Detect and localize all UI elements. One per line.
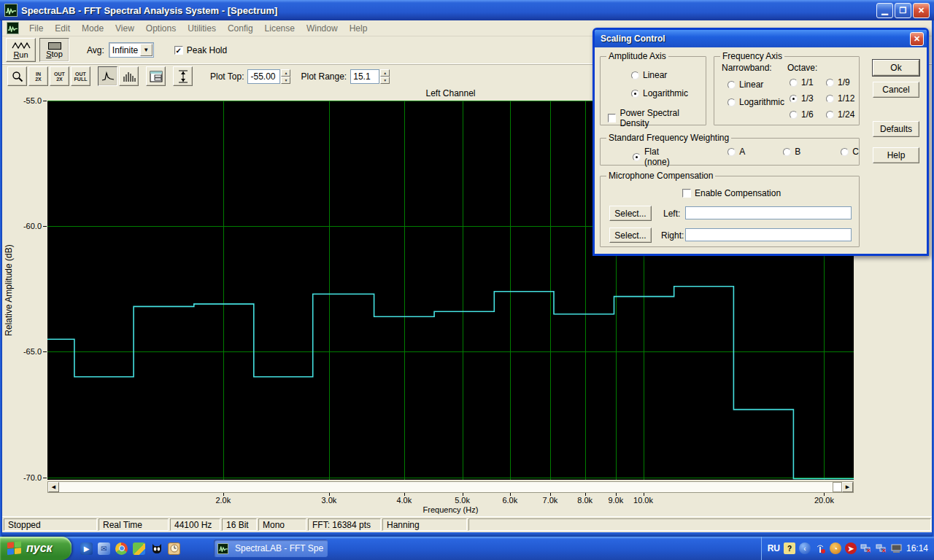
spin-up-icon[interactable]: ▲ xyxy=(380,69,390,77)
left-file-input[interactable] xyxy=(685,206,852,219)
tray-red-arrow-icon[interactable]: ➤ xyxy=(845,542,857,554)
menu-window[interactable]: Window xyxy=(301,21,344,36)
scrollbar-track[interactable] xyxy=(59,482,842,492)
scroll-right-icon[interactable]: ▶ xyxy=(842,482,853,492)
chevron-down-icon[interactable]: ▼ xyxy=(140,44,153,56)
zoom-out-2x-button[interactable]: OUT 2X xyxy=(50,66,69,86)
language-indicator[interactable]: RU xyxy=(768,543,780,553)
zoom-out-label1: OUT xyxy=(54,71,65,77)
zoom-in-2x-button[interactable]: IN 2X xyxy=(28,66,48,86)
select-right-button[interactable]: Select... xyxy=(609,228,652,243)
quicklaunch-chrome-icon[interactable] xyxy=(115,542,128,555)
start-button[interactable]: пуск xyxy=(0,537,72,560)
tray-monitor-icon[interactable] xyxy=(891,542,903,554)
narrowband-logarithmic-radio[interactable]: Logarithmic xyxy=(727,97,784,107)
maximize-button[interactable]: ❐ xyxy=(895,3,911,18)
tray-network-disconnected2-icon[interactable]: ✕ xyxy=(876,542,887,554)
zoom-full-label2: FULL xyxy=(74,77,88,82)
scroll-left-icon[interactable]: ◀ xyxy=(48,482,59,492)
right-file-input[interactable] xyxy=(685,228,852,241)
taskbar-app-button[interactable]: SpectraLAB - FFT Spe... xyxy=(214,540,328,557)
plot-range-input[interactable] xyxy=(350,69,379,84)
x-tick-4.0k: 4.0k xyxy=(396,496,412,505)
enable-compensation-checkbox[interactable]: Enable Compensation xyxy=(682,188,781,198)
menu-help[interactable]: Help xyxy=(344,21,374,36)
weighting-flat-none--radio[interactable]: Flat (none) xyxy=(633,147,682,167)
menu-config[interactable]: Config xyxy=(222,21,259,36)
display-options-button[interactable] xyxy=(146,66,166,86)
quicklaunch-photos-icon[interactable] xyxy=(133,542,145,555)
y-tick-mark xyxy=(43,351,47,352)
cancel-button[interactable]: Cancel xyxy=(873,82,919,98)
ok-button[interactable]: Ok xyxy=(873,60,919,76)
quicklaunch-clock-icon[interactable] xyxy=(168,542,180,555)
windows-flag-icon xyxy=(7,541,22,556)
spin-up-icon[interactable]: ▲ xyxy=(281,69,290,77)
minimize-button[interactable]: ▁ xyxy=(876,3,893,18)
radio-icon xyxy=(727,98,736,106)
menu-edit[interactable]: Edit xyxy=(49,21,76,36)
tray-collapse-chevron-icon[interactable]: ‹ xyxy=(799,542,811,554)
plot-top-input[interactable] xyxy=(247,69,280,84)
menu-license[interactable]: License xyxy=(259,21,301,36)
autoscale-button[interactable] xyxy=(173,66,193,86)
quicklaunch-media-player-icon[interactable]: ▶ xyxy=(80,542,93,555)
octave-1-24-radio[interactable]: 1/24 xyxy=(826,109,862,120)
weighting-b-radio[interactable]: B xyxy=(783,147,800,157)
tray-help-icon[interactable]: ? xyxy=(784,542,795,554)
octave-1-9-radio[interactable]: 1/9 xyxy=(826,77,862,88)
quicklaunch-mail-icon[interactable]: ✉ xyxy=(98,542,110,555)
menu-file[interactable]: File xyxy=(23,21,49,36)
peak-hold-checkbox-box[interactable] xyxy=(174,46,183,55)
zoom-out-full-button[interactable]: OUT FULL xyxy=(71,66,90,86)
tray-network-disconnected-icon[interactable]: ✕ xyxy=(860,542,872,554)
octave-1-6-radio[interactable]: 1/6 xyxy=(790,109,826,120)
spin-down-icon[interactable]: ▼ xyxy=(281,77,290,84)
weighting-c-radio[interactable]: C xyxy=(841,147,859,157)
amplitude-linear-radio[interactable]: Linear xyxy=(631,70,688,80)
defaults-button[interactable]: Defaults xyxy=(873,121,919,137)
plot-range-spinner[interactable]: ▲▼ xyxy=(380,69,390,84)
narrowband-label: Narrowband: xyxy=(722,63,772,73)
octave-1-3-radio[interactable]: 1/3 xyxy=(790,93,826,104)
scrollbar-thumb[interactable] xyxy=(833,482,842,492)
amplitude-axis-caption: Amplitude Axis xyxy=(606,51,668,61)
menu-options[interactable]: Options xyxy=(140,21,182,36)
dialog-close-icon[interactable]: ✕ xyxy=(910,32,924,46)
stop-button[interactable]: Stop xyxy=(39,38,69,62)
peak-hold-checkbox[interactable]: Peak Hold xyxy=(174,45,227,55)
tray-wireless-icon[interactable] xyxy=(814,542,826,554)
tray-orange-app-icon[interactable]: ◔ xyxy=(830,542,841,554)
horizontal-scrollbar[interactable]: ◀ ▶ xyxy=(47,481,854,493)
quicklaunch-cat-icon[interactable] xyxy=(150,542,163,555)
run-icon xyxy=(12,41,31,50)
help-button[interactable]: Help xyxy=(873,147,919,163)
y-axis: -55.0-60.0-65.0-70.0 xyxy=(0,101,47,480)
taskbar-app-title: SpectraLAB - FFT Spe... xyxy=(235,543,324,553)
narrowband-linear-radio[interactable]: Linear xyxy=(727,79,784,90)
amplitude-logarithmic-radio[interactable]: Logarithmic xyxy=(631,88,688,98)
psd-checkbox-box[interactable] xyxy=(608,114,616,122)
menu-view[interactable]: View xyxy=(109,21,140,36)
octave-1-12-radio[interactable]: 1/12 xyxy=(826,93,862,104)
zoom-tool-button[interactable] xyxy=(7,66,27,86)
run-button[interactable]: Run xyxy=(6,38,36,62)
octave-1-1-radio[interactable]: 1/1 xyxy=(790,77,826,88)
psd-label: Power Spectral Density xyxy=(620,108,706,128)
close-button[interactable]: ✕ xyxy=(913,3,930,18)
amplitude-axis-group: Amplitude Axis LinearLogarithmic Power S… xyxy=(600,56,706,125)
menu-mode[interactable]: Mode xyxy=(76,21,109,36)
weighting-a-radio[interactable]: A xyxy=(727,147,745,157)
enable-compensation-box[interactable] xyxy=(682,189,691,198)
avg-combo[interactable]: Infinite ▼ xyxy=(109,42,154,58)
spin-down-icon[interactable]: ▼ xyxy=(380,77,390,84)
clock[interactable]: 16:14 xyxy=(906,543,928,553)
select-left-button[interactable]: Select... xyxy=(609,206,652,221)
menu-utilities[interactable]: Utilities xyxy=(182,21,222,36)
dialog-title-bar[interactable]: Scaling Control ✕ xyxy=(595,30,927,47)
plot-top-spinner[interactable]: ▲▼ xyxy=(281,69,290,84)
line-view-button[interactable] xyxy=(98,66,117,86)
bar-view-button[interactable] xyxy=(119,66,139,86)
frequency-axis-caption: Frequency Axis xyxy=(720,51,784,61)
psd-checkbox[interactable]: Power Spectral Density xyxy=(608,108,706,128)
